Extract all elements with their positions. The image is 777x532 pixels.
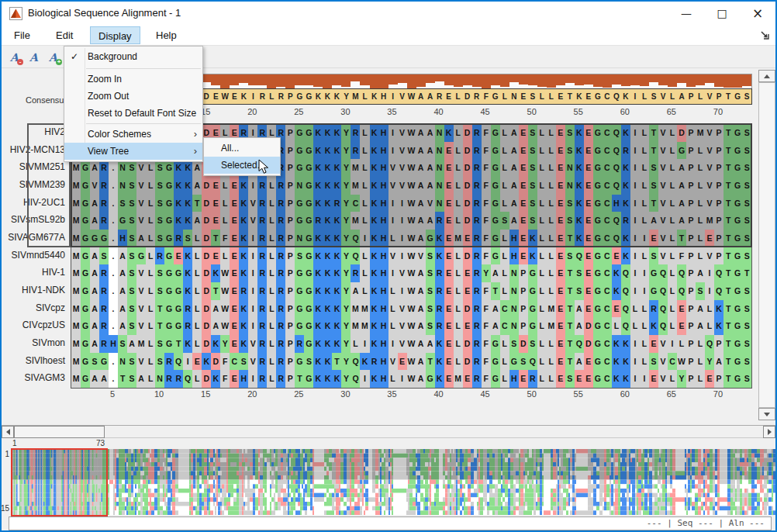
residue-cell[interactable]: S [295,247,304,265]
residue-cell[interactable]: P [686,335,696,353]
title-bar[interactable]: Biological Sequence Alignment - 1 — □ × [2,2,775,25]
residue-cell[interactable]: S [649,353,658,371]
residue-cell[interactable]: K [183,282,192,300]
residue-cell[interactable]: T [155,317,164,335]
residue-cell[interactable]: G [90,230,99,247]
residue-cell[interactable]: K [323,282,332,300]
residue-cell[interactable]: W [407,335,416,353]
residue-cell[interactable]: R [276,230,285,247]
residue-cell[interactable]: P [285,230,295,247]
residue-cell[interactable]: R [99,264,109,282]
residue-cell[interactable]: L [267,282,276,300]
residue-cell[interactable]: T [155,300,164,318]
reset-font-button[interactable]: A [25,48,43,66]
residue-cell[interactable]: S [742,370,751,388]
residue-cell[interactable]: V [398,142,407,160]
residue-cell[interactable]: W [220,264,230,282]
residue-cell[interactable]: Q [705,335,714,353]
residue-cell[interactable]: L [547,142,556,160]
residue-cell[interactable]: K [313,195,323,212]
residue-cell[interactable]: P [285,142,295,160]
residue-cell[interactable]: E [230,300,239,318]
residue-cell[interactable]: R [276,335,285,353]
residue-cell[interactable]: K [211,264,220,282]
residue-cell[interactable]: R [472,124,482,142]
residue-cell[interactable]: G [295,124,304,142]
residue-cell[interactable]: S [127,212,136,230]
residue-cell[interactable]: V [398,177,407,195]
residue-cell[interactable]: L [146,353,155,371]
residue-cell[interactable]: I [360,335,369,353]
residue-cell[interactable]: G [528,300,537,318]
residue-cell[interactable]: A [677,159,686,177]
residue-cell[interactable]: Y [341,282,351,300]
residue-cell[interactable]: L [696,335,705,353]
residue-cell[interactable]: A [118,300,127,318]
residue-cell[interactable]: S [565,247,575,265]
residue-cell[interactable]: G [304,124,313,142]
residue-cell[interactable]: E [444,282,454,300]
residue-cell[interactable]: G [99,353,109,371]
residue-cell[interactable]: S [528,124,537,142]
residue-cell[interactable]: E [463,370,472,388]
residue-cell[interactable]: H [379,212,388,230]
residue-cell[interactable]: I [668,335,677,353]
residue-cell[interactable]: L [696,212,705,230]
residue-cell[interactable]: T [723,370,733,388]
residue-cell[interactable]: P [285,353,295,371]
residue-cell[interactable]: E [174,247,183,265]
overview-map[interactable] [11,449,775,515]
residue-cell[interactable]: H [379,300,388,318]
residue-cell[interactable]: M [71,370,81,388]
residue-cell[interactable]: A [351,282,360,300]
residue-cell[interactable]: L [267,230,276,247]
residue-cell[interactable]: M [547,300,556,318]
residue-cell[interactable]: K [370,177,379,195]
residue-cell[interactable]: I [388,124,398,142]
residue-cell[interactable]: G [81,282,90,300]
residue-cell[interactable]: L [547,353,556,371]
residue-cell[interactable]: L [220,177,230,195]
residue-cell[interactable]: L [267,247,276,265]
sequence-name[interactable]: SIVAGM3 [25,369,65,387]
vertical-scroll-thumb[interactable] [758,82,775,408]
residue-cell[interactable]: E [556,159,565,177]
residue-cell[interactable]: P [714,212,723,230]
residue-cell[interactable]: N [435,159,444,177]
residue-cell[interactable]: M [71,264,81,282]
residue-cell[interactable]: L [630,317,640,335]
residue-cell[interactable]: L [696,195,705,212]
residue-cell[interactable]: V [388,247,398,265]
residue-cell[interactable]: A [416,317,426,335]
residue-cell[interactable]: V [658,177,668,195]
residue-cell[interactable]: P [686,159,696,177]
residue-cell[interactable]: V [136,353,146,371]
residue-cell[interactable]: G [81,370,90,388]
residue-cell[interactable]: K [575,230,584,247]
residue-cell[interactable]: G [304,212,313,230]
residue-cell[interactable]: K [202,353,211,371]
residue-cell[interactable]: Q [658,317,668,335]
residue-cell[interactable]: K [211,335,220,353]
residue-cell[interactable]: L [668,159,677,177]
residue-cell[interactable]: L [640,159,649,177]
residue-cell[interactable]: L [500,195,509,212]
residue-cell[interactable]: W [407,195,416,212]
residue-cell[interactable]: L [537,124,547,142]
scroll-right-button[interactable] [763,426,775,438]
residue-cell[interactable]: A [696,300,705,318]
residue-cell[interactable]: P [285,124,295,142]
residue-cell[interactable]: L [360,124,369,142]
residue-cell[interactable]: L [537,335,547,353]
residue-cell[interactable]: M [71,282,81,300]
residue-cell[interactable]: F [482,247,491,265]
residue-cell[interactable]: K [239,212,248,230]
residue-cell[interactable]: V [388,159,398,177]
residue-cell[interactable]: Y [341,353,351,371]
residue-cell[interactable]: E [649,370,658,388]
residue-cell[interactable]: L [267,370,276,388]
residue-cell[interactable]: Q [351,247,360,265]
residue-cell[interactable]: V [658,335,668,353]
residue-cell[interactable]: A [416,159,426,177]
residue-cell[interactable]: R [621,142,630,160]
